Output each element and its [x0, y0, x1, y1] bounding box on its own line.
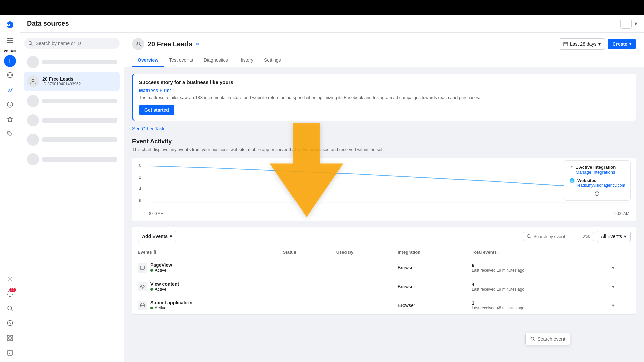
header-dropdown[interactable]: ▾	[634, 20, 637, 27]
header-options[interactable]: ···	[620, 19, 632, 29]
sort-events-icon[interactable]: ⇅	[153, 250, 157, 255]
col-status: Status	[277, 246, 331, 258]
events-search-icon	[527, 234, 531, 239]
svg-point-21	[29, 42, 32, 45]
success-text: The mattress retailer saw an 18X increme…	[139, 95, 631, 101]
sidebar-item-name: 20 Free Leads	[42, 76, 117, 82]
svg-point-24	[137, 42, 139, 44]
status-dot-viewcontent	[150, 288, 153, 291]
pixel-name: 20 Free Leads	[148, 40, 192, 48]
add-events-button[interactable]: Add Events ▾	[138, 231, 176, 242]
settings-icon[interactable]	[3, 272, 17, 286]
svg-rect-16	[11, 335, 13, 337]
pageview-used-by	[331, 258, 392, 277]
date-range-button[interactable]: Last 28 days ▾	[559, 38, 605, 50]
pageview-expand[interactable]: ▾	[612, 265, 614, 270]
sidebar-item-free-leads[interactable]: 20 Free Leads ID 379010401493962	[24, 72, 120, 91]
sidebar-ghost-3	[24, 111, 120, 130]
svg-text:M: M	[7, 23, 10, 27]
pageview-status	[277, 258, 331, 277]
notification-icon[interactable]: 10	[3, 287, 17, 300]
star-icon[interactable]	[3, 113, 17, 126]
tab-test-events[interactable]: Test events	[164, 54, 198, 67]
help-icon[interactable]: ?	[3, 316, 17, 330]
svg-rect-17	[7, 339, 9, 341]
tab-diagnostics[interactable]: Diagnostics	[198, 54, 233, 67]
globe-icon[interactable]	[3, 68, 17, 82]
tag-icon[interactable]	[3, 127, 17, 141]
events-count: 0/50	[582, 234, 590, 239]
tab-overview[interactable]: Overview	[132, 54, 164, 67]
svg-point-10	[9, 278, 11, 280]
event-name-viewcontent: View content	[150, 281, 179, 287]
events-search-box[interactable]: 0/50	[523, 232, 594, 241]
menu-icon[interactable]	[3, 34, 17, 47]
grid-icon[interactable]	[3, 331, 17, 345]
success-title: Success story for a business like yours	[139, 79, 631, 85]
info-expand-icon[interactable]	[594, 191, 600, 196]
submitapp-icon	[138, 301, 147, 310]
events-toolbar: Add Events ▾ 0/50	[132, 227, 636, 246]
manage-integrations[interactable]: Manage Integrations	[576, 170, 616, 175]
viewcontent-expand[interactable]: ▾	[612, 284, 614, 289]
search-icon	[28, 41, 33, 46]
website-url[interactable]: leads.myvisionagency.com	[577, 183, 625, 188]
y-label-3: 0	[139, 163, 146, 168]
meta-logo[interactable]: M	[3, 18, 17, 31]
events-section: Add Events ▾ 0/50	[132, 227, 636, 315]
table-row: Submit application Active	[132, 296, 636, 315]
viewcontent-last-received: Last received 19 minutes ago	[472, 287, 601, 292]
get-started-button[interactable]: Get started	[139, 105, 174, 115]
vision-label: VISIAN	[4, 49, 16, 53]
pageview-integration: Browser	[392, 258, 466, 277]
notification-badge: 10	[9, 288, 16, 292]
status-dot-submitapp	[150, 307, 153, 309]
websites-icon: 🌐	[569, 178, 575, 183]
col-events: Events ⇅	[132, 246, 277, 258]
search-input[interactable]	[36, 41, 116, 46]
create-button[interactable]: Create ▾	[608, 39, 636, 49]
viewcontent-integration: Browser	[392, 277, 466, 296]
events-table: Events ⇅ Status Used by Integration Tota…	[132, 246, 636, 315]
search-event-icon	[530, 337, 535, 341]
left-nav: M VISIAN +	[0, 15, 20, 362]
tab-history[interactable]: History	[233, 54, 259, 67]
event-name-pageview: PageView	[150, 262, 172, 268]
search-event-label: Search event	[538, 336, 566, 342]
status-label-pageview: Active	[155, 268, 166, 273]
tab-settings[interactable]: Settings	[259, 54, 286, 67]
table-row: PageView Active	[132, 258, 636, 277]
pixel-avatar	[132, 38, 144, 50]
success-card: Success story for a business like yours …	[132, 74, 636, 121]
date-range-chevron: ▾	[598, 41, 601, 47]
y-label-2: 2	[139, 175, 146, 180]
panel-body: Success story for a business like yours …	[124, 67, 644, 362]
websites-label: Websites	[577, 178, 625, 183]
status-label-viewcontent: Active	[155, 287, 166, 292]
svg-rect-3	[7, 42, 13, 43]
chart-svg	[149, 163, 629, 203]
sort-total-icon[interactable]: ↓	[498, 250, 500, 255]
col-used-by: Used by	[331, 246, 392, 258]
page-title: Data sources	[27, 20, 616, 27]
sidebar-item-id: ID 379010401493962	[42, 82, 117, 86]
submitapp-expand[interactable]: ▾	[612, 303, 614, 308]
viewcontent-status	[277, 277, 331, 296]
analytics-icon[interactable]	[3, 83, 17, 97]
see-other-task-link[interactable]: See Other Task →	[132, 126, 636, 131]
viewcontent-used-by	[331, 277, 392, 296]
svg-rect-2	[7, 40, 13, 41]
svg-rect-18	[11, 339, 13, 341]
create-nav-button[interactable]: +	[4, 55, 16, 67]
tabs: Overview Test events Diagnostics History…	[132, 54, 636, 67]
search-nav-icon[interactable]	[3, 302, 17, 315]
events-search-input[interactable]	[533, 234, 580, 239]
svg-rect-15	[7, 335, 9, 337]
book-icon[interactable]	[3, 346, 17, 359]
search-box[interactable]	[24, 38, 120, 49]
submitapp-integration: Browser	[392, 296, 466, 315]
all-events-filter[interactable]: All Events ▾	[597, 231, 631, 242]
edit-icon[interactable]: ✏	[196, 41, 200, 47]
events-icon[interactable]	[3, 98, 17, 111]
svg-rect-1	[7, 38, 13, 39]
